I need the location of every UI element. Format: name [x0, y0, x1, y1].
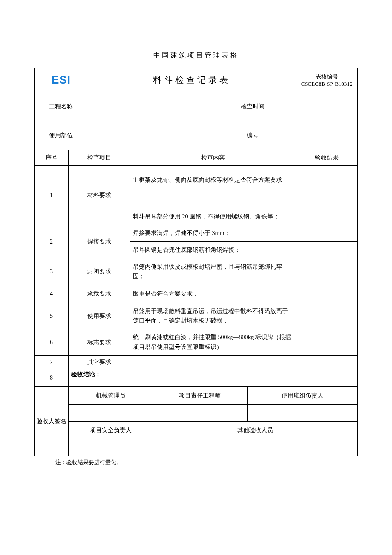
- row5-item: 使用要求: [69, 303, 130, 329]
- row6-item: 标志要求: [69, 329, 130, 356]
- row5-result[interactable]: [296, 303, 358, 329]
- row5-no: 5: [35, 303, 69, 329]
- page-heading: 中国建筑项目管理表格: [34, 51, 358, 60]
- row4-no: 4: [35, 285, 69, 303]
- header-check-item: 检查项目: [69, 150, 130, 166]
- input-use-part[interactable]: [88, 121, 210, 150]
- label-team-leader: 使用班组负责人: [247, 387, 357, 405]
- row4-item: 承载要求: [69, 285, 130, 303]
- row7-content: [130, 356, 296, 369]
- header-check-content: 检查内容: [130, 150, 296, 166]
- row1-result-2[interactable]: [296, 195, 358, 225]
- row3-no: 3: [35, 259, 69, 285]
- row3-item: 封闭要求: [69, 259, 130, 285]
- label-check-time: 检查时间: [210, 92, 296, 121]
- row2-content-1: 焊接要求满焊，焊健不得小于 3mm；: [130, 225, 296, 242]
- label-other-acceptor: 其他验收人员: [153, 422, 358, 439]
- row2-item: 焊接要求: [69, 225, 130, 259]
- input-project-name[interactable]: [88, 92, 210, 121]
- footer-note: 注：验收结果要进行量化。: [55, 459, 358, 466]
- label-signature-section: 验收人签名: [35, 387, 69, 456]
- form-title: 料斗检查记录表: [88, 68, 296, 92]
- row8-no: 8: [35, 369, 69, 387]
- form-number-block: 表格编号 CSCEC8B-SP-B10312: [296, 68, 358, 92]
- row6-result[interactable]: [296, 329, 358, 356]
- label-code: 编号: [210, 121, 296, 150]
- header-result: 验收结果: [296, 150, 358, 166]
- label-use-part: 使用部位: [35, 121, 88, 150]
- row7-no: 7: [35, 356, 69, 369]
- row4-content: 限重是否符合方案要求；: [130, 285, 296, 303]
- row1-result-1[interactable]: [296, 166, 358, 195]
- input-check-time[interactable]: [296, 92, 358, 121]
- label-mech-mgr: 机械管理员: [69, 387, 153, 405]
- row7-item: 其它要求: [69, 356, 130, 369]
- label-project-name: 工程名称: [35, 92, 88, 121]
- row1-no: 1: [35, 166, 69, 225]
- row3-content: 吊笼内侧采用铁皮或模板封堵严密，且与钢筋吊笼绑扎牢固；: [130, 259, 296, 285]
- label-proj-engineer: 项目责任工程师: [153, 387, 247, 405]
- header-seq: 序号: [35, 150, 69, 166]
- row3-result[interactable]: [296, 259, 358, 285]
- inspection-form-table: ESI 料斗检查记录表 表格编号 CSCEC8B-SP-B10312 工程名称 …: [34, 68, 358, 456]
- input-safety-mgr-sign[interactable]: [69, 439, 153, 456]
- form-number-code: CSCEC8B-SP-B10312: [298, 81, 356, 87]
- label-safety-mgr: 项目安全负责人: [69, 422, 153, 439]
- row2-result-2[interactable]: [296, 242, 358, 259]
- row2-content-2: 吊耳圆钢是否兜住底部钢筋和角钢焊接；: [130, 242, 296, 259]
- row6-content: 统一刷黄漆或红白漆，并挂限重 500kg—800kg 标识牌（根据项目塔吊使用型…: [130, 329, 296, 356]
- row7-result[interactable]: [296, 356, 358, 369]
- conclusion-label: 验收结论：: [69, 369, 358, 387]
- input-code[interactable]: [296, 121, 358, 150]
- logo: ESI: [35, 68, 88, 92]
- row2-no: 2: [35, 225, 69, 259]
- row1-item: 材料要求: [69, 166, 130, 225]
- form-number-label: 表格编号: [298, 73, 356, 81]
- row6-no: 6: [35, 329, 69, 356]
- input-team-leader-sign[interactable]: [247, 405, 357, 422]
- input-proj-engineer-sign[interactable]: [153, 405, 247, 422]
- input-other-acceptor-sign[interactable]: [153, 439, 358, 456]
- row1-content-2: 料斗吊耳部分使用 20 圆钢，不得使用螺纹钢、角铁等；: [130, 195, 296, 225]
- row5-content: 吊笼用于现场散料垂直吊运，吊运过程中散料不得码放高于笼口平面，且确定封堵木板无破…: [130, 303, 296, 329]
- row1-content-1: 主框架及龙骨、侧面及底面封板等材料是否符合方案要求；: [130, 166, 296, 195]
- row4-result[interactable]: [296, 285, 358, 303]
- input-mech-mgr-sign[interactable]: [69, 405, 153, 422]
- row2-result-1[interactable]: [296, 225, 358, 242]
